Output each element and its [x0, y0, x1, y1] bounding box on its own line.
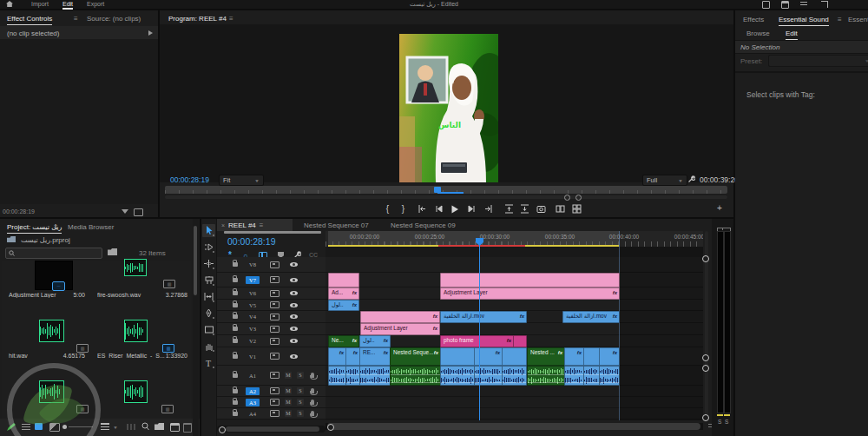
timeline-playhead-line[interactable]	[479, 238, 480, 420]
meter-solo-left[interactable]: S	[718, 419, 721, 425]
zoom-level-dropdown[interactable]: Fit▼	[219, 175, 264, 186]
meter-solo-right[interactable]: S	[725, 419, 728, 425]
automate-sequence-icon[interactable]	[127, 424, 135, 430]
scrollbar-handle-dot2[interactable]	[575, 195, 582, 201]
transport-go-to-out[interactable]	[483, 203, 494, 215]
mute-button[interactable]: M	[285, 372, 292, 379]
quick-export-icon[interactable]	[762, 1, 770, 9]
subtab-browse[interactable]: Browse	[746, 30, 770, 37]
track-lock-icon[interactable]	[233, 278, 238, 282]
playback-resolution-dropdown[interactable]: Full▼	[642, 175, 687, 186]
es-panel-menu-icon[interactable]: ≡	[838, 16, 842, 23]
timeline-clip[interactable]: ازالة الخلفية.movfx	[562, 311, 620, 323]
track-lock-icon[interactable]	[233, 314, 238, 319]
timeline-clip[interactable]: Ne...fx	[328, 335, 359, 347]
track-target-badge[interactable]: A4	[246, 410, 260, 418]
track-output-eye-icon[interactable]	[290, 354, 298, 359]
track-target-badge[interactable]: V4	[246, 313, 260, 320]
sort-chevron-icon[interactable]: ▼	[113, 426, 118, 430]
timeline-clip[interactable]	[440, 273, 620, 287]
timeline-clip[interactable]	[440, 347, 475, 366]
transport-go-to-in[interactable]	[417, 203, 428, 215]
track-lock-icon[interactable]	[233, 354, 238, 359]
track-resize-dot[interactable]	[702, 354, 709, 361]
track-header-a1[interactable]: A1MS	[217, 366, 326, 386]
tab-source[interactable]: Source: (no clips)	[87, 15, 141, 23]
source-patch-icon[interactable]	[270, 276, 279, 283]
transport-export-frame[interactable]	[536, 203, 547, 215]
timeline-clip[interactable]	[502, 347, 527, 366]
panel-menu-icon[interactable]: ≡	[74, 15, 78, 23]
button-editor-plus-icon[interactable]: +	[717, 203, 722, 213]
track-lock-icon[interactable]	[233, 339, 238, 343]
timeline-h-scrollbar[interactable]	[326, 423, 703, 430]
project-item-name[interactable]: Adjustment Layer	[9, 292, 62, 298]
program-settings-wrench-icon[interactable]	[687, 175, 695, 183]
timeline-clip[interactable]: fx	[474, 347, 503, 366]
voiceover-mic-icon[interactable]	[311, 400, 314, 405]
trash-icon[interactable]	[183, 423, 192, 433]
new-bin-icon[interactable]	[155, 423, 164, 430]
transport-add-marker[interactable]	[365, 203, 376, 215]
tab-program[interactable]: Program: REEL #4	[168, 15, 227, 23]
transport-multicam[interactable]	[571, 203, 582, 215]
mute-button[interactable]: M	[285, 387, 292, 394]
tab-media-browser[interactable]: Media Browser	[68, 223, 114, 231]
source-patch-icon[interactable]	[270, 410, 279, 417]
audio-clip[interactable]	[583, 366, 600, 386]
project-search-input[interactable]	[5, 248, 102, 259]
track-header-a2[interactable]: A2MS	[217, 386, 326, 397]
track-lock-icon[interactable]	[233, 327, 238, 331]
menu-import[interactable]: Import	[31, 1, 49, 7]
timeline-clip[interactable]: لول..fx	[328, 300, 359, 311]
track-header-a3[interactable]: A3MS	[217, 397, 326, 408]
audio-clip[interactable]	[599, 366, 620, 386]
timeline-clip[interactable]: Nested ...fx	[527, 347, 565, 366]
track-target-badge[interactable]: V6	[246, 289, 260, 297]
project-item-name[interactable]: fire-swoosh.wav	[97, 292, 165, 298]
sort-icon[interactable]	[101, 423, 109, 430]
track-output-eye-icon[interactable]	[290, 327, 298, 331]
timeline-clip[interactable]: Ad...fx	[328, 287, 359, 300]
timeline-clip[interactable]: Nested Seque...fx	[390, 347, 441, 366]
track-target-badge[interactable]: V7	[246, 276, 260, 284]
expand-arrow-icon[interactable]	[148, 30, 153, 36]
track-output-eye-icon[interactable]	[290, 291, 298, 295]
transport-step-forward[interactable]	[466, 203, 477, 215]
audio-clip[interactable]	[564, 366, 584, 386]
track-resize-dot[interactable]	[702, 414, 709, 421]
track-output-eye-icon[interactable]	[290, 339, 298, 343]
sequence-tab-active[interactable]: × REEL #4 ≡	[217, 219, 293, 231]
audio-clip[interactable]	[440, 366, 475, 386]
timeline-clip[interactable]	[583, 347, 600, 366]
filter-funnel-icon[interactable]	[122, 209, 128, 214]
track-header-v1[interactable]: V1	[217, 347, 326, 366]
track-header-scrollbar[interactable]	[217, 426, 326, 433]
track-output-eye-icon[interactable]	[290, 314, 298, 319]
tab-effects[interactable]: Effects	[743, 16, 764, 23]
menu-export[interactable]: Export	[87, 1, 104, 7]
timeline-clip[interactable]: لول..fx	[359, 335, 391, 347]
track-target-badge[interactable]: V3	[246, 325, 260, 333]
solo-button[interactable]: S	[297, 387, 304, 394]
source-patch-icon[interactable]	[270, 301, 279, 308]
timeline-clip[interactable]	[328, 273, 359, 287]
track-target-badge[interactable]: V5	[246, 301, 260, 309]
timeline-clip[interactable]: fx	[345, 347, 360, 366]
audio-clip[interactable]	[328, 366, 346, 386]
timeline-mini-scrollbar[interactable]	[224, 231, 321, 234]
workspaces-icon[interactable]	[800, 2, 807, 7]
program-scrollbar[interactable]	[165, 195, 727, 199]
fullscreen-icon[interactable]	[821, 1, 828, 8]
tab-essential-sound[interactable]: Essential Sound	[779, 16, 829, 26]
subtab-edit[interactable]: Edit	[786, 30, 798, 40]
source-patch-icon[interactable]	[270, 387, 279, 394]
track-target-badge[interactable]: V2	[246, 337, 260, 345]
transport-extract[interactable]	[519, 203, 530, 215]
source-patch-icon[interactable]	[270, 353, 279, 360]
solo-button[interactable]: S	[297, 372, 304, 379]
project-breadcrumb[interactable]: ريل تيست.prproj	[21, 236, 70, 244]
track-lock-icon[interactable]	[233, 291, 238, 295]
timeline-clip[interactable]: ازالة الخلفية.movfx	[440, 311, 527, 323]
transport-mark-in[interactable]: {	[382, 203, 393, 215]
